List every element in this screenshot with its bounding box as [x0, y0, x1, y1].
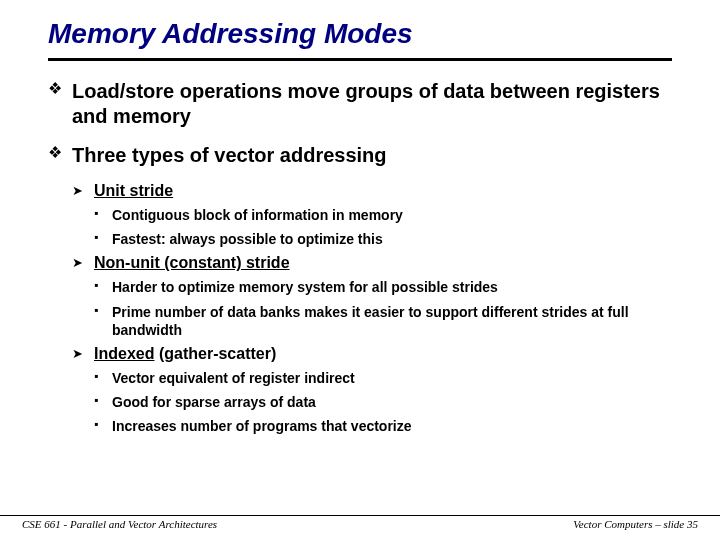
subheading-tail: (gather-scatter) — [154, 345, 276, 362]
bullet-lvl3: Contiguous block of information in memor… — [94, 206, 672, 224]
subheading: Indexed — [94, 345, 154, 362]
slide: Memory Addressing Modes Load/store opera… — [0, 0, 720, 436]
bullet-lvl3: Harder to optimize memory system for all… — [94, 278, 672, 296]
bullet-lvl2: Indexed (gather-scatter) — [72, 345, 672, 363]
bullet-lvl1: Load/store operations move groups of dat… — [48, 79, 672, 129]
bullet-lvl1: Three types of vector addressing — [48, 143, 672, 168]
bullet-lvl3: Vector equivalent of register indirect — [94, 369, 672, 387]
bullet-lvl3: Fastest: always possible to optimize thi… — [94, 230, 672, 248]
bullet-list: Load/store operations move groups of dat… — [48, 79, 672, 436]
bullet-lvl2: Non-unit (constant) stride — [72, 254, 672, 272]
bullet-lvl3: Increases number of programs that vector… — [94, 417, 672, 435]
footer: CSE 661 - Parallel and Vector Architectu… — [0, 515, 720, 530]
footer-left: CSE 661 - Parallel and Vector Architectu… — [22, 518, 217, 530]
slide-title: Memory Addressing Modes — [48, 18, 672, 61]
footer-right: Vector Computers – slide 35 — [573, 518, 698, 530]
subheading: Unit stride — [94, 182, 173, 199]
bullet-lvl3: Prime number of data banks makes it easi… — [94, 303, 672, 339]
bullet-lvl3: Good for sparse arrays of data — [94, 393, 672, 411]
subheading: Non-unit (constant) stride — [94, 254, 290, 271]
bullet-lvl2: Unit stride — [72, 182, 672, 200]
